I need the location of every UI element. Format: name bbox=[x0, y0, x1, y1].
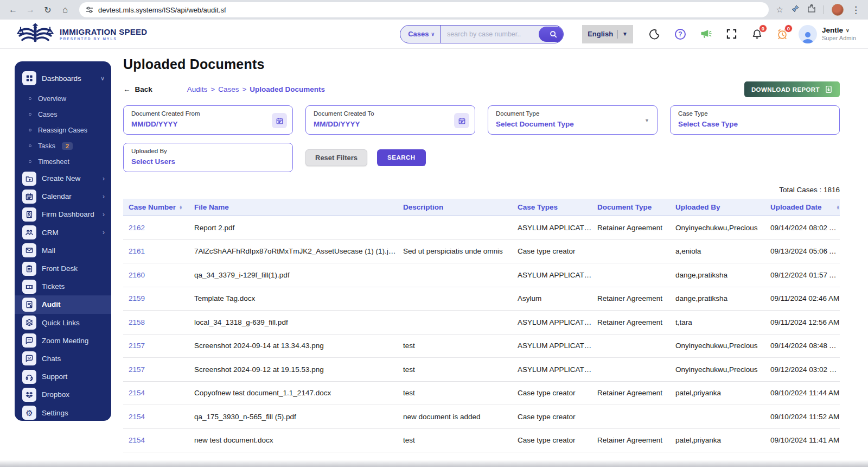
document-type-cell: Retainer Agreement bbox=[592, 428, 670, 452]
sort-icon[interactable]: ▲▼ bbox=[837, 205, 840, 209]
filter-value[interactable]: Select Users bbox=[131, 157, 266, 166]
column-header-case-types: Case Types bbox=[512, 199, 592, 216]
breadcrumb-cases[interactable]: Cases bbox=[218, 85, 239, 93]
sidebar-item-timesheet[interactable]: Timesheet bbox=[15, 154, 111, 169]
address-bar[interactable]: devtest.mls.systems/ISS/api/web/audit.sf bbox=[79, 2, 769, 17]
browser-forward-button[interactable]: → bbox=[24, 3, 37, 16]
back-button[interactable]: ← Back bbox=[123, 85, 152, 93]
uploaded-documents-table: Case Number ▲▼ File Name Description Cas… bbox=[123, 199, 840, 452]
sidebar-item-create-new[interactable]: Create New › bbox=[15, 169, 111, 187]
sidebar-item-calendar[interactable]: Calendar › bbox=[15, 187, 111, 205]
column-header-uploaded-date[interactable]: Uploaded Date ▲▼ bbox=[765, 199, 840, 216]
sidebar-item-quick-links[interactable]: Quick Links bbox=[15, 314, 111, 332]
case-number-link[interactable]: 2154 bbox=[123, 381, 189, 405]
sidebar-item-tasks[interactable]: Tasks 2 bbox=[15, 138, 111, 154]
browser-profile-avatar[interactable] bbox=[832, 4, 844, 16]
calendar-icon[interactable] bbox=[272, 113, 287, 128]
filter-document-created-from[interactable]: Document Created From MM/DD/YYYY bbox=[123, 105, 293, 135]
ticket-icon bbox=[22, 280, 36, 294]
case-number-link[interactable]: 2160 bbox=[123, 263, 189, 287]
column-header-file-name: File Name bbox=[189, 199, 398, 216]
sidebar-item-dropbox[interactable]: Dropbox bbox=[15, 386, 111, 403]
sidebar-item-overview[interactable]: Overview bbox=[15, 91, 111, 106]
filters-panel: Document Created From MM/DD/YYYY Documen… bbox=[123, 105, 840, 172]
calendar-icon[interactable] bbox=[454, 113, 469, 128]
sidebar-item-crm[interactable]: CRM › bbox=[15, 224, 111, 242]
uploaded-date-cell: 09/12/2024 01:57 AM bbox=[765, 263, 840, 287]
uploaded-by-cell: patel,priyanka bbox=[670, 381, 765, 405]
filters-search-button[interactable]: SEARCH bbox=[377, 149, 426, 166]
bottom-edge-shadow bbox=[0, 460, 868, 467]
filter-value[interactable]: Select Document Type bbox=[496, 120, 631, 128]
sidebar-item-firm-dashboard[interactable]: Firm Dashboard › bbox=[15, 205, 111, 223]
case-number-link[interactable]: 2161 bbox=[123, 239, 189, 263]
reminders-button[interactable]: 0 bbox=[776, 28, 789, 41]
filter-document-created-to[interactable]: Document Created To MM/DD/YYYY bbox=[305, 105, 475, 135]
sidebar-item-mail[interactable]: Mail bbox=[15, 242, 111, 260]
filter-uploaded-by[interactable]: Uploaded By Select Users bbox=[123, 143, 293, 172]
reset-filters-button[interactable]: Reset Filters bbox=[305, 149, 367, 166]
browser-back-button[interactable]: ← bbox=[7, 3, 20, 16]
column-header-case-number[interactable]: Case Number ▲▼ bbox=[123, 199, 189, 216]
sidebar-item-support[interactable]: Support bbox=[15, 368, 111, 386]
bookmark-star-icon[interactable]: ☆ bbox=[776, 5, 783, 15]
case-number-link[interactable]: 2162 bbox=[123, 216, 189, 240]
extension-pin-icon[interactable] bbox=[791, 4, 800, 15]
browser-menu-icon[interactable]: ⋮ bbox=[851, 4, 860, 16]
global-search: Cases ∨ bbox=[400, 25, 564, 43]
sidebar-item-reassign-cases[interactable]: Reassign Cases bbox=[15, 122, 111, 138]
sidebar-item-settings[interactable]: ⚙ Settings bbox=[15, 403, 111, 421]
announcements-button[interactable] bbox=[699, 28, 712, 41]
sidebar-item-label: Cases bbox=[38, 111, 57, 118]
sidebar-item-label: Front Desk bbox=[42, 264, 105, 273]
reminders-badge: 0 bbox=[784, 24, 793, 33]
sidebar-item-front-desk[interactable]: Front Desk bbox=[15, 260, 111, 277]
help-button[interactable]: ? bbox=[674, 28, 687, 41]
case-number-link[interactable]: 2158 bbox=[123, 311, 189, 335]
breadcrumb-audits[interactable]: Audits bbox=[187, 85, 208, 93]
sidebar-item-audit[interactable]: Audit bbox=[15, 295, 111, 313]
uploaded-date-cell: 09/13/2024 05:06 AM bbox=[765, 239, 840, 263]
brand-logo[interactable]: IMMIGRATION SPEED PRESENTED BY MYLS bbox=[15, 22, 148, 47]
case-types-cell: Case type creator bbox=[512, 428, 592, 452]
case-number-link[interactable]: 2154 bbox=[123, 428, 189, 452]
filter-value[interactable]: MM/DD/YYYY bbox=[314, 120, 449, 128]
search-category-dropdown[interactable]: Cases ∨ bbox=[400, 26, 441, 43]
sidebar-item-zoom-meeting[interactable]: Zoom Meeting bbox=[15, 332, 111, 350]
filter-value[interactable]: MM/DD/YYYY bbox=[131, 120, 266, 128]
case-number-link[interactable]: 2154 bbox=[123, 405, 189, 429]
case-number-link[interactable]: 2157 bbox=[123, 334, 189, 358]
fullscreen-button[interactable] bbox=[725, 28, 738, 41]
megaphone-icon bbox=[700, 29, 712, 40]
case-number-link[interactable]: 2159 bbox=[123, 287, 189, 311]
dark-mode-toggle[interactable] bbox=[648, 28, 661, 41]
browser-home-button[interactable]: ⌂ bbox=[59, 3, 72, 16]
filter-value[interactable]: Select Case Type bbox=[678, 120, 813, 128]
sidebar-item-cases[interactable]: Cases bbox=[15, 106, 111, 122]
main-content: Uploaded Documents ← Back Audits > Cases… bbox=[123, 56, 840, 452]
moon-icon bbox=[649, 29, 660, 40]
sidebar-item-dashboards[interactable]: Dashboards ∨ bbox=[15, 67, 111, 91]
extensions-puzzle-icon[interactable] bbox=[807, 4, 816, 15]
notifications-button[interactable]: 0 bbox=[750, 28, 763, 41]
sidebar-item-chats[interactable]: Chats bbox=[15, 350, 111, 368]
description-cell: test bbox=[398, 428, 512, 452]
sort-icon[interactable]: ▲▼ bbox=[179, 205, 182, 209]
case-search-input[interactable] bbox=[441, 30, 539, 38]
language-selector[interactable]: English ▼ bbox=[582, 25, 633, 43]
filter-document-type[interactable]: Document Type Select Document Type ▼ bbox=[488, 105, 658, 135]
uploaded-date-cell: 09/11/2024 12:56 AM bbox=[765, 311, 840, 335]
filter-case-type[interactable]: Case Type Select Case Type bbox=[670, 105, 840, 135]
case-number-link[interactable]: 2157 bbox=[123, 358, 189, 382]
total-cases-label: Total Cases : 1816 bbox=[123, 186, 840, 194]
uploaded-date-cell: 09/10/2024 11:41 AM bbox=[765, 428, 840, 452]
search-submit-button[interactable] bbox=[539, 27, 564, 42]
uploaded-date-cell: 09/14/2024 08:02 AM bbox=[765, 216, 840, 240]
sidebar-item-tickets[interactable]: Tickets bbox=[15, 277, 111, 295]
chat-bubble-icon bbox=[22, 333, 36, 348]
site-settings-icon[interactable] bbox=[86, 6, 93, 14]
user-menu[interactable]: Jentle ∨ Super Admin bbox=[799, 25, 856, 43]
browser-reload-button[interactable]: ↻ bbox=[41, 3, 54, 16]
download-report-button[interactable]: DOWNLOAD REPORT bbox=[744, 81, 840, 97]
case-types-cell: ASYLUM APPLICATION bbox=[512, 216, 592, 240]
